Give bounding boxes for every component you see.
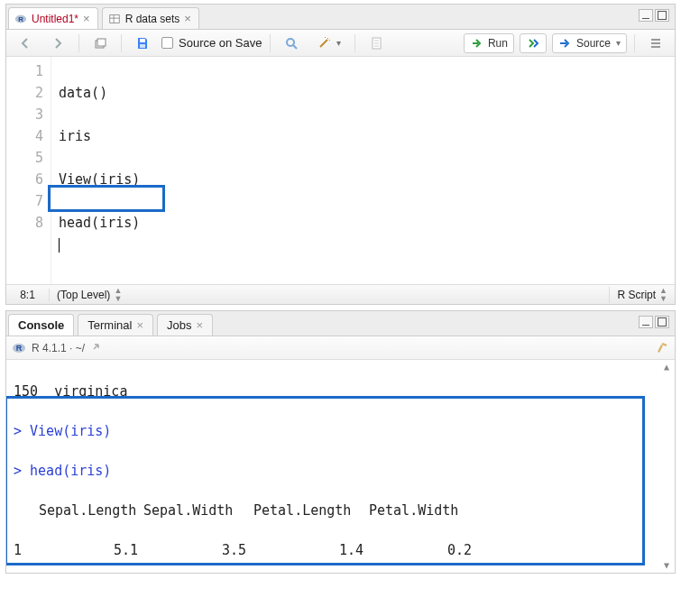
svg-text:R: R [18,14,23,23]
clear-console-icon[interactable] [655,340,669,354]
popout-icon[interactable] [90,341,105,355]
chevron-down-icon: ▾ [616,38,621,48]
find-button[interactable] [278,33,305,53]
tab-terminal[interactable]: Terminal× [78,314,153,336]
tab-console[interactable]: Console [8,314,74,336]
table-header-row: Sepal.LengthSepal.WidthPetal.LengthPetal… [14,501,667,520]
updown-icon: ▲▼ [659,287,667,303]
r-file-icon: R [14,13,27,25]
console-pane: Console Terminal× Jobs× R R 4.1.1 · ~/ 1… [5,310,676,574]
text-cursor [59,238,60,253]
scroll-down-icon[interactable]: ▼ [661,560,672,571]
code-area[interactable]: data() iris View(iris) head(iris) [51,57,675,284]
rerun-icon [526,36,540,51]
outline-icon [649,36,663,51]
updown-icon: ▲▼ [114,287,122,303]
chevron-down-icon: ▾ [336,38,341,48]
svg-rect-8 [140,44,145,48]
tab-title: Untitled1* [32,13,78,25]
source-label: Source [576,37,611,50]
language-selector[interactable]: R Script▲▼ [609,287,675,303]
editor-statusbar: 8:1 (Top Level)▲▼ R Script▲▼ [6,284,675,304]
tab-untitled1[interactable]: R Untitled1* × [8,7,98,29]
r-logo-icon: R [12,341,26,355]
minimize-button[interactable] [639,316,653,328]
console-prompt-line: > View(iris) [14,421,667,441]
console-line: 150 virginica [14,382,667,401]
minimize-button[interactable] [639,9,653,22]
run-icon [470,36,484,51]
save-icon [135,36,150,51]
forward-button[interactable] [44,33,71,53]
close-icon[interactable]: × [184,13,191,24]
svg-text:R: R [16,344,23,353]
r-version-label: R 4.1.1 · ~/ [32,342,85,354]
source-on-save-checkbox[interactable] [161,37,173,49]
source-button[interactable]: Source▾ [552,33,627,53]
pane-window-buttons [639,9,669,22]
notebook-icon [369,36,383,51]
run-button[interactable]: Run [464,33,514,53]
svg-line-11 [320,40,327,47]
close-icon[interactable]: × [83,13,90,24]
highlight-box-editor [48,185,165,212]
line-gutter: 1 2 3 4 5 6 7 8 [6,57,51,284]
close-icon[interactable]: × [136,318,143,332]
svg-rect-2 [109,14,119,23]
editor-toolbar: Source on Save ▾ Run Source▾ [6,30,675,57]
svg-line-10 [293,45,297,49]
svg-rect-7 [140,39,145,42]
console-info-bar: R R 4.1.1 · ~/ [6,336,675,360]
compile-report-button[interactable] [363,33,390,53]
outline-button[interactable] [642,33,669,53]
scroll-up-icon[interactable]: ▲ [661,362,672,372]
scope-selector[interactable]: (Top Level)▲▼ [50,287,609,303]
tab-r-data-sets[interactable]: R data sets × [102,7,199,29]
maximize-button[interactable] [655,9,669,22]
tab-title: R data sets [125,13,180,25]
cursor-position: 8:1 [6,289,50,301]
search-icon [284,36,299,51]
back-button[interactable] [12,33,39,53]
close-icon[interactable]: × [196,318,203,332]
source-icon [558,36,573,51]
source-on-save-label: Source on Save [179,36,262,50]
arrow-left-icon [18,36,32,51]
table-file-icon [108,13,121,25]
console-command: > head(iris) [14,461,667,481]
console-output[interactable]: 150 virginica > View(iris) > head(iris) … [6,360,675,573]
wand-icon [317,36,331,51]
table-row: 15.13.51.40.2 [14,540,667,560]
popout-icon [93,36,107,51]
editor-tabbar: R Untitled1* × R data sets × [6,5,675,30]
svg-rect-6 [97,39,106,46]
code-tools-button[interactable]: ▾ [310,33,347,53]
show-in-new-window-button[interactable] [87,33,114,53]
vertical-scrollbar[interactable]: ▲ ▼ [660,362,673,571]
rerun-button[interactable] [520,33,547,53]
arrow-right-icon [51,36,65,51]
svg-point-9 [287,39,294,46]
pane-window-buttons [639,316,669,328]
code-editor[interactable]: 1 2 3 4 5 6 7 8 data() iris View(iris) h… [6,57,675,284]
tab-jobs[interactable]: Jobs× [157,314,213,336]
maximize-button[interactable] [655,316,669,328]
console-tabbar: Console Terminal× Jobs× [6,311,675,336]
editor-pane: R Untitled1* × R data sets × Source on S… [5,4,676,305]
save-button[interactable] [129,33,156,53]
run-label: Run [488,37,508,50]
